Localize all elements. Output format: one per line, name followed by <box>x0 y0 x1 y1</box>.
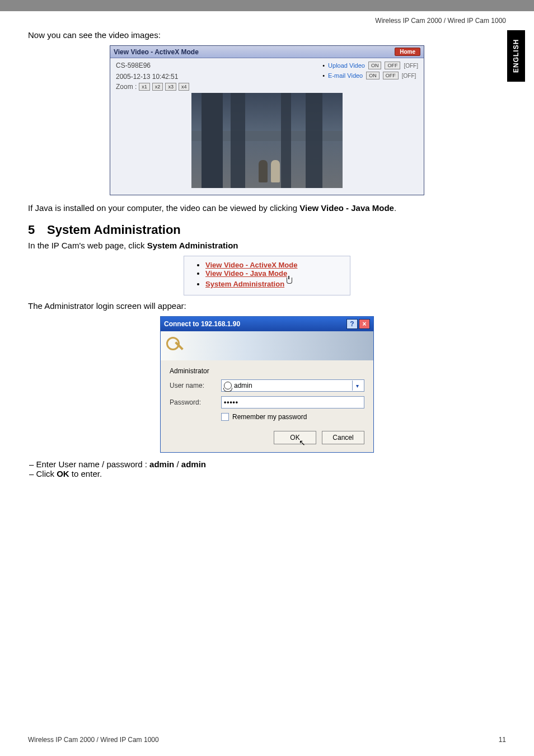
username-dropdown-icon[interactable]: ▾ <box>352 381 362 391</box>
remember-label: Remember my password <box>232 413 307 421</box>
admin-login-text: The Administrator login screen will appe… <box>28 301 506 311</box>
username-label: User name: <box>170 382 217 389</box>
dialog-close-button[interactable]: × <box>359 319 370 329</box>
activex-screenshot: View Video - ActiveX Mode Home CS-598E96… <box>110 45 424 195</box>
intro-text: Now you can see the video images: <box>28 30 506 40</box>
username-field[interactable]: admin ▾ <box>221 379 364 392</box>
menu-link-sysadmin[interactable]: System Administration <box>205 280 284 288</box>
camera-id: CS-598E96 <box>116 62 178 69</box>
language-tab: ENGLISH <box>507 30 525 82</box>
timestamp: 2005-12-13 10:42:51 <box>116 73 178 81</box>
zoom-x1-button[interactable]: x1 <box>139 83 150 91</box>
java-note: If Java is installed on your computer, t… <box>28 203 506 213</box>
section-5-heading: 5System Administration <box>28 223 506 237</box>
password-mask: ••••• <box>224 398 238 406</box>
upload-on-button[interactable]: ON <box>368 62 382 69</box>
zoom-x4-button[interactable]: x4 <box>179 83 190 91</box>
password-field[interactable]: ••••• <box>221 396 364 408</box>
ok-button[interactable]: OK ↖ <box>274 431 316 444</box>
email-on-button[interactable]: ON <box>366 72 380 79</box>
step-enter-creds: Enter User name / password : admin / adm… <box>29 459 506 469</box>
email-video-link[interactable]: E-mail Video <box>328 72 363 79</box>
dialog-help-button[interactable]: ? <box>346 319 358 329</box>
remember-checkbox[interactable] <box>221 413 229 421</box>
step-click-ok: Click OK to enter. <box>29 469 506 478</box>
arrow-cursor-icon: ↖ <box>299 438 306 447</box>
zoom-label: Zoom : <box>116 83 137 91</box>
zoom-x2-button[interactable]: x2 <box>152 83 163 91</box>
upload-off-button[interactable]: OFF <box>385 62 400 69</box>
hand-cursor-icon <box>285 278 293 287</box>
menu-link-java[interactable]: View Video - Java Mode <box>205 269 287 278</box>
sysadmin-intro: In the IP Cam's web page, click System A… <box>28 241 506 250</box>
cancel-button[interactable]: Cancel <box>322 431 364 444</box>
login-realm: Administrator <box>170 367 364 375</box>
upload-state: [OFF] <box>404 63 418 69</box>
zoom-x3-button[interactable]: x3 <box>165 83 176 91</box>
email-off-button[interactable]: OFF <box>383 72 399 79</box>
header-product: Wireless IP Cam 2000 / Wired IP Cam 1000 <box>28 15 506 27</box>
video-preview <box>191 93 343 188</box>
home-button[interactable]: Home <box>395 48 420 56</box>
login-title: Connect to 192.168.1.90 <box>164 320 240 328</box>
user-icon <box>224 382 232 389</box>
footer-product: Wireless IP Cam 2000 / Wired IP Cam 1000 <box>28 736 159 744</box>
username-value: admin <box>234 382 350 389</box>
activex-title: View Video - ActiveX Mode <box>114 48 199 56</box>
footer-page: 11 <box>499 736 506 744</box>
password-label: Password: <box>170 398 217 406</box>
email-state: [OFF] <box>402 73 416 79</box>
upload-video-link[interactable]: Upload Video <box>328 62 365 69</box>
menu-link-activex[interactable]: View Video - ActiveX Mode <box>205 261 297 269</box>
key-icon <box>166 337 185 356</box>
login-dialog: Connect to 192.168.1.90 ? × Administrato… <box>160 316 374 453</box>
top-gray-bar <box>0 0 534 11</box>
menu-screenshot: View Video - ActiveX Mode View Video - J… <box>184 256 350 295</box>
